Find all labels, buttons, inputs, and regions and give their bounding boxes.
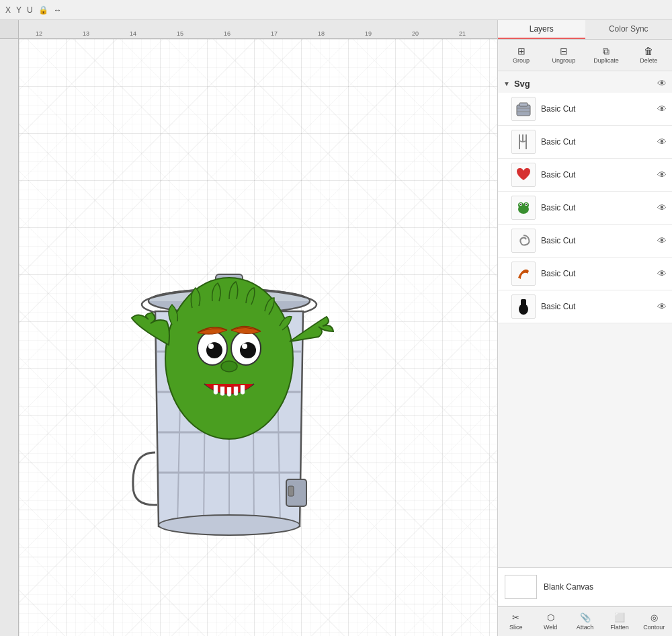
oscar-image	[105, 150, 360, 567]
svg-point-39	[519, 304, 528, 315]
ruler-top: 12 13 14 15 16 17 18 19 20 21	[19, 20, 497, 39]
ungroup-label: Ungroup	[552, 57, 576, 64]
delete-icon: 🗑	[644, 46, 653, 56]
layer-thumb-6	[511, 262, 536, 286]
layer-eye-7[interactable]: 👁	[657, 301, 667, 312]
slice-button[interactable]: ✂ Slice	[499, 610, 532, 633]
svg-group-name: Svg	[514, 79, 653, 89]
panel-bottom: Blank Canvas ✂ Slice ⬡ Weld 📎 Attach ⬜	[498, 567, 672, 636]
svg-point-20	[240, 342, 256, 358]
blank-canvas-row: Blank Canvas	[498, 568, 672, 606]
canvas-area[interactable]: 12 13 14 15 16 17 18 19 20 21	[0, 20, 497, 636]
panel-tabs: Layers Color Sync	[498, 20, 672, 40]
svg-point-21	[208, 344, 214, 349]
layer-eye-3[interactable]: 👁	[657, 169, 667, 180]
layer-item[interactable]: Basic Cut 👁	[498, 93, 672, 126]
canvas-grid[interactable]	[19, 39, 497, 636]
layer-eye-6[interactable]: 👁	[657, 268, 667, 279]
group-button[interactable]: ⊞ Group	[501, 44, 542, 67]
flatten-label: Flatten	[610, 624, 629, 631]
flatten-button[interactable]: ⬜ Flatten	[603, 610, 636, 633]
svg-point-23	[221, 361, 237, 372]
blank-canvas-label: Blank Canvas	[544, 582, 593, 592]
panel-toolbar: ⊞ Group ⊟ Ungroup ⧉ Duplicate 🗑 Delete	[498, 40, 672, 71]
delete-label: Delete	[640, 57, 657, 64]
duplicate-icon: ⧉	[603, 46, 610, 56]
svg-point-37	[526, 204, 527, 205]
svg-point-22	[242, 344, 247, 349]
layer-item[interactable]: Basic Cut 👁	[498, 126, 672, 159]
blank-canvas-thumb	[505, 575, 537, 599]
ruler-tick-12: 12	[36, 30, 42, 37]
layer-thumb-7	[511, 294, 536, 319]
layer-name-5: Basic Cut	[541, 236, 652, 245]
layer-name-2: Basic Cut	[541, 137, 652, 147]
layer-item[interactable]: Basic Cut 👁	[498, 159, 672, 192]
delete-button[interactable]: 🗑 Delete	[628, 44, 669, 67]
attach-icon: 📎	[580, 612, 591, 623]
ruler-corner	[0, 20, 19, 39]
layer-thumb-2	[511, 130, 536, 154]
main-area: 12 13 14 15 16 17 18 19 20 21	[0, 20, 672, 636]
slice-icon: ✂	[512, 612, 519, 623]
layer-item[interactable]: Basic Cut 👁	[498, 290, 672, 323]
svg-group-arrow: ▼	[503, 80, 510, 87]
attach-button[interactable]: 📎 Attach	[569, 610, 601, 633]
layer-item[interactable]: Basic Cut 👁	[498, 225, 672, 257]
contour-icon: ◎	[650, 612, 658, 623]
toolbar-dims: ↔	[54, 5, 62, 15]
weld-button[interactable]: ⬡ Weld	[534, 610, 566, 633]
ruler-tick-17: 17	[271, 30, 278, 37]
svg-rect-15	[288, 486, 294, 496]
ungroup-button[interactable]: ⊟ Ungroup	[543, 44, 584, 67]
toolbar-y: Y	[16, 5, 22, 15]
layers-list: ▼ Svg 👁 Basic Cut 👁	[498, 71, 672, 567]
ruler-tick-14: 14	[130, 30, 136, 37]
layer-name-4: Basic Cut	[541, 203, 652, 212]
weld-label: Weld	[544, 624, 557, 631]
contour-label: Contour	[643, 624, 665, 631]
layer-eye-2[interactable]: 👁	[657, 136, 667, 147]
toolbar-x: X	[5, 5, 11, 15]
layer-name-3: Basic Cut	[541, 170, 652, 180]
svg-rect-25	[519, 103, 528, 106]
slice-label: Slice	[509, 624, 523, 631]
layer-eye-1[interactable]: 👁	[657, 104, 667, 114]
top-toolbar: X Y U 🔒 ↔	[0, 0, 672, 20]
ruler-tick-20: 20	[412, 30, 419, 37]
toolbar-lock[interactable]: 🔒	[38, 5, 48, 15]
ruler-tick-19: 19	[365, 30, 372, 37]
layer-name-6: Basic Cut	[541, 269, 652, 278]
flatten-icon: ⬜	[614, 612, 625, 623]
ruler-tick-15: 15	[177, 30, 183, 37]
layer-eye-5[interactable]: 👁	[657, 235, 667, 246]
layer-thumb-5	[511, 229, 536, 253]
svg-group-eye-icon[interactable]: 👁	[657, 78, 667, 89]
right-panel: Layers Color Sync ⊞ Group ⊟ Ungroup ⧉ Du…	[497, 20, 672, 636]
tab-layers[interactable]: Layers	[498, 20, 585, 39]
layer-item[interactable]: Basic Cut 👁	[498, 257, 672, 290]
bottom-toolbar: ✂ Slice ⬡ Weld 📎 Attach ⬜ Flatten ◎ C	[498, 606, 672, 636]
contour-button[interactable]: ◎ Contour	[638, 610, 671, 633]
duplicate-label: Duplicate	[593, 57, 619, 64]
tab-color-sync[interactable]: Color Sync	[585, 20, 673, 39]
svg-point-19	[206, 342, 222, 358]
svg-group-header[interactable]: ▼ Svg 👁	[498, 74, 672, 93]
weld-icon: ⬡	[547, 612, 554, 623]
duplicate-button[interactable]: ⧉ Duplicate	[586, 44, 627, 67]
layer-thumb-1	[511, 97, 536, 121]
ruler-tick-16: 16	[224, 30, 230, 37]
attach-label: Attach	[577, 624, 594, 631]
layer-name-7: Basic Cut	[541, 302, 652, 311]
toolbar-u: U	[27, 5, 33, 15]
group-icon: ⊞	[517, 46, 526, 56]
layer-item[interactable]: Basic Cut 👁	[498, 192, 672, 225]
ruler-tick-18: 18	[318, 30, 325, 37]
group-label: Group	[513, 57, 530, 64]
ruler-tick-13: 13	[83, 30, 89, 37]
layer-thumb-3	[511, 163, 536, 187]
layer-thumb-4	[511, 196, 536, 220]
svg-point-13	[159, 515, 300, 535]
ruler-tick-21: 21	[459, 30, 466, 37]
layer-eye-4[interactable]: 👁	[657, 202, 667, 213]
